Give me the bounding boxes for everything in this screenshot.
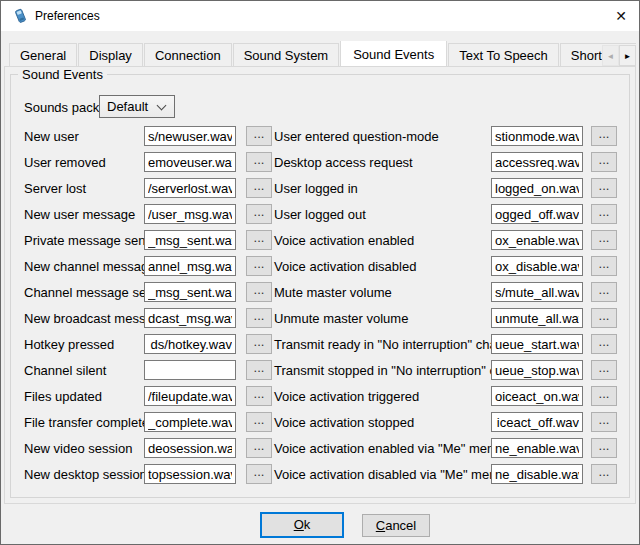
event-sound-input[interactable] [491, 308, 583, 328]
browse-button[interactable]: ... [246, 178, 272, 198]
app-icon [12, 8, 28, 24]
close-button[interactable]: ✕ [603, 1, 639, 31]
event-label: Voice activation enabled [274, 233, 414, 248]
event-sound-input[interactable] [144, 256, 236, 276]
event-sound-input[interactable] [491, 386, 583, 406]
window-title: Preferences [35, 1, 100, 31]
groupbox-legend: Sound Events [18, 67, 107, 82]
event-sound-input[interactable] [144, 438, 236, 458]
event-label: New channel message [24, 259, 156, 274]
browse-button[interactable]: ... [246, 126, 272, 146]
event-label: File transfer complete [24, 415, 149, 430]
event-label: New video session [24, 441, 132, 456]
browse-button[interactable]: ... [591, 152, 617, 172]
event-sound-input[interactable] [144, 464, 236, 484]
browse-button[interactable]: ... [246, 282, 272, 302]
tab-text-to-speech[interactable]: Text To Speech [448, 43, 559, 66]
browse-button[interactable]: ... [591, 282, 617, 302]
browse-button[interactable]: ... [591, 308, 617, 328]
browse-button[interactable]: ... [246, 412, 272, 432]
event-sound-input[interactable] [144, 230, 236, 250]
tab-general[interactable]: General [9, 43, 77, 66]
event-label: Transmit ready in "No interruption" chan… [274, 337, 521, 352]
ok-button[interactable]: Ok [260, 512, 344, 538]
event-label: Mute master volume [274, 285, 392, 300]
event-label: Voice activation disabled [274, 259, 416, 274]
sounds-pack-select[interactable]: Default [99, 95, 175, 118]
event-label: User entered question-mode [274, 129, 439, 144]
chevron-down-icon [157, 101, 167, 111]
browse-button[interactable]: ... [246, 438, 272, 458]
browse-button[interactable]: ... [591, 412, 617, 432]
event-sound-input[interactable] [491, 230, 583, 250]
tab-sound-system[interactable]: Sound System [233, 43, 340, 66]
browse-button[interactable]: ... [246, 360, 272, 380]
event-sound-input[interactable] [491, 412, 583, 432]
event-sound-input[interactable] [491, 464, 583, 484]
browse-button[interactable]: ... [591, 230, 617, 250]
event-sound-input[interactable] [491, 152, 583, 172]
browse-button[interactable]: ... [591, 334, 617, 354]
sounds-pack-label: Sounds pack [24, 100, 99, 115]
sound-events-groupbox: Sound Events Sounds pack Default New use… [10, 74, 630, 498]
event-sound-input[interactable] [144, 126, 236, 146]
event-sound-input[interactable] [491, 126, 583, 146]
event-sound-input[interactable] [144, 204, 236, 224]
browse-button[interactable]: ... [591, 256, 617, 276]
browse-button[interactable]: ... [591, 360, 617, 380]
cancel-button[interactable]: Cancel [362, 514, 430, 537]
tab-sound-events[interactable]: Sound Events [340, 41, 447, 66]
event-label: Server lost [24, 181, 86, 196]
event-sound-input[interactable] [491, 282, 583, 302]
event-sound-input[interactable] [491, 204, 583, 224]
title-bar: Preferences ✕ [1, 1, 639, 31]
event-sound-input[interactable] [144, 308, 236, 328]
tab-display[interactable]: Display [78, 43, 143, 66]
event-sound-input[interactable] [491, 360, 583, 380]
event-label: New user message [24, 207, 135, 222]
event-label: User logged in [274, 181, 358, 196]
event-label: User removed [24, 155, 106, 170]
event-sound-input[interactable] [491, 178, 583, 198]
browse-button[interactable]: ... [246, 386, 272, 406]
browse-button[interactable]: ... [591, 464, 617, 484]
event-label: Voice activation stopped [274, 415, 414, 430]
browse-button[interactable]: ... [591, 126, 617, 146]
event-label: Voice activation triggered [274, 389, 419, 404]
event-label: Voice activation disabled via "Me" menu [274, 467, 504, 482]
event-sound-input[interactable] [144, 178, 236, 198]
browse-button[interactable]: ... [591, 386, 617, 406]
event-sound-input[interactable] [144, 152, 236, 172]
tab-scroll-right-icon[interactable]: ► [619, 45, 636, 66]
event-sound-input[interactable] [144, 412, 236, 432]
event-sound-input[interactable] [144, 282, 236, 302]
event-sound-input[interactable] [491, 256, 583, 276]
event-label: Hotkey pressed [24, 337, 114, 352]
preferences-dialog: Preferences ✕ GeneralDisplayConnectionSo… [0, 0, 640, 545]
browse-button[interactable]: ... [246, 230, 272, 250]
browse-button[interactable]: ... [246, 204, 272, 224]
browse-button[interactable]: ... [246, 152, 272, 172]
event-sound-input[interactable] [491, 438, 583, 458]
event-sound-input[interactable] [144, 360, 236, 380]
browse-button[interactable]: ... [591, 438, 617, 458]
browse-button[interactable]: ... [246, 464, 272, 484]
event-label: Desktop access request [274, 155, 413, 170]
browse-button[interactable]: ... [246, 256, 272, 276]
sounds-pack-value: Default [107, 96, 148, 117]
event-sound-input[interactable] [144, 386, 236, 406]
browse-button[interactable]: ... [246, 334, 272, 354]
browse-button[interactable]: ... [591, 204, 617, 224]
event-label: Private message sent [24, 233, 149, 248]
sound-events-pane: Sound Events Sounds pack Default New use… [4, 66, 636, 504]
tab-scroll-left-icon[interactable]: ◄ [602, 45, 619, 66]
event-label: Files updated [24, 389, 102, 404]
tab-connection[interactable]: Connection [144, 43, 232, 66]
browse-button[interactable]: ... [246, 308, 272, 328]
event-sound-input[interactable] [491, 334, 583, 354]
event-label: Voice activation enabled via "Me" menu [274, 441, 501, 456]
event-sound-input[interactable] [144, 334, 236, 354]
browse-button[interactable]: ... [591, 178, 617, 198]
event-label: Channel silent [24, 363, 106, 378]
event-label: New desktop session [24, 467, 147, 482]
